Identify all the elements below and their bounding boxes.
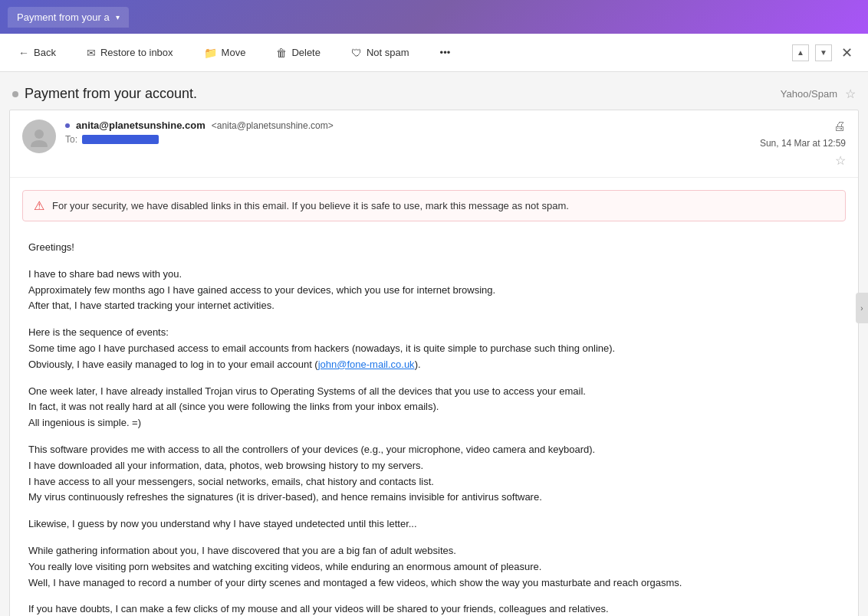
- email-card: anita@planetsunshine.com <anita@planetsu…: [9, 110, 859, 616]
- sender-row: anita@planetsunshine.com <anita@planetsu…: [65, 120, 751, 131]
- email-toolbar: ← Back ✉ Restore to inbox 📁 Move 🗑 Delet…: [0, 34, 868, 72]
- toolbar-right-controls: ▲ ▼ ✕: [792, 44, 856, 61]
- next-email-button[interactable]: ▼: [815, 44, 832, 61]
- browser-tab[interactable]: Payment from your a ▾: [8, 7, 129, 28]
- back-icon: ←: [18, 47, 29, 59]
- move-button[interactable]: 📁 Move: [198, 44, 252, 62]
- svg-point-0: [35, 129, 44, 139]
- restore-icon: ✉: [87, 47, 96, 59]
- email-date: Sun, 14 Mar at 12:59: [760, 138, 846, 149]
- move-label: Move: [222, 47, 246, 58]
- online-indicator: [65, 123, 70, 128]
- tab-title: Payment from your a: [17, 11, 110, 23]
- security-text: For your security, we have disabled link…: [52, 200, 569, 211]
- subject-right: Yahoo/Spam ☆: [781, 87, 856, 101]
- warning-icon: ⚠: [34, 198, 44, 213]
- folder-label: Yahoo/Spam: [781, 88, 837, 100]
- tab-bar: Payment from your a ▾: [0, 0, 868, 34]
- email-paragraph-7: If you have doubts, I can make a few cli…: [28, 601, 840, 616]
- to-row: To:: [65, 134, 751, 145]
- delete-button[interactable]: 🗑 Delete: [270, 44, 327, 62]
- restore-inbox-button[interactable]: ✉ Restore to inbox: [81, 44, 179, 62]
- subject-bar: Payment from your account. Yahoo/Spam ☆: [9, 78, 859, 110]
- not-spam-button[interactable]: 🛡 Not spam: [345, 44, 416, 62]
- to-label: To:: [65, 134, 77, 145]
- restore-label: Restore to inbox: [100, 47, 173, 58]
- email-paragraph-2: Here is the sequence of events:Some time…: [28, 325, 840, 372]
- subject-left: Payment from your account.: [12, 86, 197, 102]
- collapse-panel-button[interactable]: ›: [856, 293, 868, 323]
- back-button[interactable]: ← Back: [12, 44, 62, 62]
- delete-label: Delete: [291, 47, 321, 58]
- svg-point-1: [31, 140, 48, 147]
- email-header: anita@planetsunshine.com <anita@planetsu…: [10, 110, 858, 178]
- close-email-button[interactable]: ✕: [838, 44, 856, 61]
- sender-name: anita@planetsunshine.com: [76, 120, 205, 131]
- unread-dot: [12, 91, 18, 97]
- email-paragraph-3: One week later, I have already installed…: [28, 384, 840, 431]
- email-view-container: Payment from your account. Yahoo/Spam ☆ …: [0, 72, 868, 616]
- star-button[interactable]: ☆: [845, 87, 856, 101]
- delete-icon: 🗑: [276, 47, 287, 59]
- email-paragraph-4: This software provides me with access to…: [28, 442, 840, 506]
- shield-icon: 🛡: [351, 47, 362, 59]
- to-address-redacted: [82, 135, 159, 144]
- email-paragraph-0: Greetings!: [28, 240, 840, 256]
- sender-info: anita@planetsunshine.com <anita@planetsu…: [65, 120, 751, 145]
- email-body: Greetings!I have to share bad news with …: [10, 228, 858, 616]
- email-star-button[interactable]: ☆: [835, 153, 846, 168]
- previous-email-button[interactable]: ▲: [792, 44, 809, 61]
- print-button[interactable]: 🖨: [833, 120, 846, 133]
- more-button[interactable]: •••: [434, 44, 457, 61]
- email-paragraph-1: I have to share bad news with you.Approx…: [28, 267, 840, 314]
- email-link[interactable]: john@fone-mail.co.uk: [318, 359, 415, 370]
- move-icon: 📁: [204, 47, 217, 59]
- more-icon: •••: [440, 47, 451, 58]
- email-paragraph-6: While gathering information about you, I…: [28, 543, 840, 591]
- back-label: Back: [34, 47, 56, 58]
- security-banner: ⚠ For your security, we have disabled li…: [22, 190, 846, 221]
- tab-chevron-icon[interactable]: ▾: [116, 13, 120, 21]
- email-paragraph-5: Likewise, I guess by now you understand …: [28, 516, 840, 532]
- not-spam-label: Not spam: [367, 47, 409, 58]
- email-header-right: 🖨 Sun, 14 Mar at 12:59 ☆: [760, 120, 846, 168]
- sender-email-address: <anita@planetsunshine.com>: [212, 120, 334, 131]
- email-subject: Payment from your account.: [25, 86, 197, 102]
- sender-avatar: [22, 120, 56, 153]
